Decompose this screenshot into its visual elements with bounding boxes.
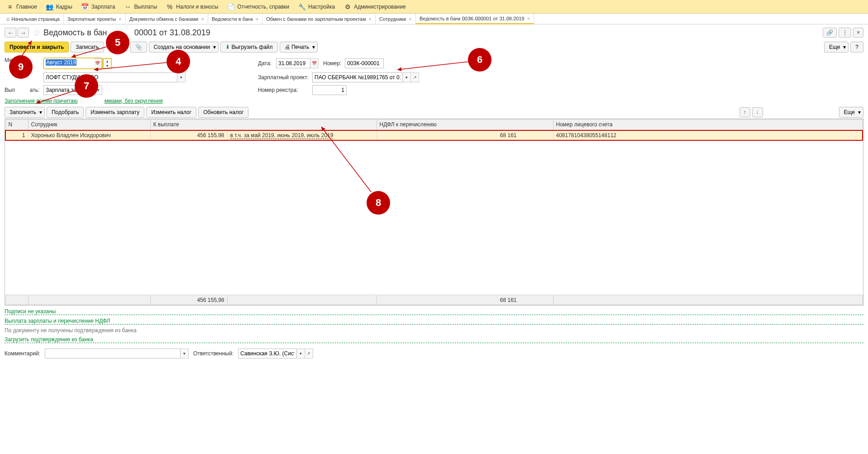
callout-5: 5 <box>106 31 129 54</box>
people-icon: 👥 <box>46 3 53 10</box>
cell-employee: Хоронько Владлен Исидорович <box>28 130 150 140</box>
dropdown-icon[interactable]: ▾ <box>181 349 189 358</box>
col-employee[interactable]: Сотрудник <box>28 119 150 130</box>
export-file-button[interactable]: ⬇ Выгрузить файл <box>220 42 277 53</box>
callout-9: 9 <box>9 55 33 79</box>
callout-8: 8 <box>367 191 390 215</box>
calendar-icon[interactable]: 📅 <box>94 58 102 68</box>
col-ndfl[interactable]: НДФЛ к перечислению <box>377 119 553 130</box>
close-icon[interactable]: × <box>527 16 529 21</box>
fill-params-link[interactable]: Заполнение всеми причитающимися суммами,… <box>5 98 163 104</box>
table-row[interactable]: 1 Хоронько Владлен Исидорович 456 155,98… <box>5 130 863 140</box>
attach-button[interactable]: 📎 <box>130 42 147 53</box>
kebab-icon[interactable]: ⋮ <box>839 28 851 38</box>
open-icon[interactable]: ↗ <box>305 349 313 358</box>
pay-type-label: Выплачивать: <box>5 87 43 93</box>
close-icon[interactable]: × <box>368 16 371 22</box>
no-confirm-text: По документу не получены подтверждения и… <box>5 327 863 334</box>
month-up[interactable]: ▲ <box>104 59 111 63</box>
menu-taxes[interactable]: %Налоги и взносы <box>162 0 223 13</box>
signatures-link[interactable]: Подписи не указаны <box>5 308 863 315</box>
menu-salary[interactable]: 📅Зарплата <box>77 0 120 13</box>
registry-field[interactable] <box>312 85 347 95</box>
cell-n: 1 <box>5 130 28 140</box>
tab-exchange[interactable]: Обмен с банками по зарплатным проектам× <box>262 14 376 24</box>
close-icon[interactable]: × <box>119 16 121 22</box>
responsible-field[interactable] <box>238 349 297 358</box>
print-button[interactable]: 🖨 Печать <box>280 42 318 53</box>
update-tax-button[interactable]: Обновить налог <box>198 107 248 118</box>
wrench-icon: 🔧 <box>298 3 305 10</box>
total-ndfl: 68 161 <box>377 295 553 305</box>
post-close-button[interactable]: Провести и закрыть <box>5 42 69 53</box>
more-button[interactable]: Еще <box>824 42 849 53</box>
table-footer-row: 456 155,98 68 161 <box>5 295 863 305</box>
pick-button[interactable]: Подобрать <box>47 107 84 118</box>
responsible-label: Ответственный: <box>193 350 234 357</box>
top-menu-bar: ≡Главное 👥Кадры 📅Зарплата ↔Выплаты %Нало… <box>0 0 868 14</box>
col-to-pay[interactable]: К выплате <box>150 119 377 130</box>
project-field[interactable] <box>312 72 403 82</box>
payment-link[interactable]: Выплата зарплаты и перечисление НДФЛ <box>5 318 863 325</box>
project-label: Зарплатный проект: <box>258 74 312 81</box>
tab-bank-sheets[interactable]: Ведомости в банк× <box>208 14 263 24</box>
table-header-row: N Сотрудник К выплате НДФЛ к перечислени… <box>5 119 863 130</box>
percent-icon: % <box>166 3 173 10</box>
change-salary-button[interactable]: Изменить зарплату <box>86 107 144 118</box>
home-icon: ⌂ <box>6 16 10 22</box>
menu-payments[interactable]: ↔Выплаты <box>119 0 162 13</box>
menu-icon: ≡ <box>6 3 14 10</box>
month-down[interactable]: ▼ <box>104 63 111 68</box>
exchange-icon: ↔ <box>124 3 131 10</box>
registry-label: Номер реестра: <box>258 87 312 93</box>
month-field[interactable]: Август 2019 <box>44 58 94 68</box>
load-confirm-link[interactable]: Загрузить подтверждение из банка <box>5 336 863 343</box>
table-more-button[interactable]: Еще <box>839 107 863 118</box>
change-tax-button[interactable]: Изменить налог <box>146 107 196 118</box>
menu-reports[interactable]: 📄Отчетность, справки <box>223 0 294 13</box>
close-icon[interactable]: × <box>256 16 258 22</box>
total-to-pay: 456 155,98 <box>150 295 227 305</box>
col-n[interactable]: N <box>5 119 28 130</box>
link-icon[interactable]: 🔗 <box>823 28 837 38</box>
nav-forward[interactable]: → <box>17 28 29 38</box>
write-button[interactable]: Записать <box>71 42 104 53</box>
menu-settings[interactable]: 🔧Настройка <box>294 0 339 13</box>
fill-button[interactable]: Заполнить <box>5 107 45 118</box>
calendar-icon[interactable]: 📅 <box>310 58 319 68</box>
star-icon[interactable]: ☆ <box>33 27 41 38</box>
close-window-icon[interactable]: × <box>853 28 863 38</box>
move-up-button[interactable]: ↑ <box>739 107 750 117</box>
callout-7: 7 <box>75 74 98 98</box>
tab-current-doc[interactable]: Ведомость в банк 00ЗК-000001 от 31.08.20… <box>416 14 534 24</box>
gear-icon: ⚙ <box>344 3 351 10</box>
date-label: Дата: <box>258 60 276 67</box>
col-account[interactable]: Номер лицевого счета <box>553 119 863 130</box>
tab-employees[interactable]: Сотрудники× <box>376 14 416 24</box>
close-icon[interactable]: × <box>409 16 412 22</box>
org-field[interactable] <box>43 72 177 82</box>
tab-projects[interactable]: Зарплатные проекты× <box>64 14 126 24</box>
comment-field[interactable] <box>45 349 181 358</box>
print-icon: 🖨 <box>285 44 290 50</box>
help-button[interactable]: ? <box>850 42 863 53</box>
menu-personnel[interactable]: 👥Кадры <box>42 0 77 13</box>
tab-bank-docs[interactable]: Документы обмена с банками× <box>126 14 208 24</box>
dropdown-icon[interactable]: ▾ <box>403 72 411 82</box>
close-icon[interactable]: × <box>201 16 204 22</box>
employee-table: N Сотрудник К выплате НДФЛ к перечислени… <box>5 119 863 306</box>
callout-6: 6 <box>468 48 491 72</box>
cell-account: 40817810438055148112 <box>553 130 863 140</box>
number-label: Номер: <box>323 60 345 67</box>
move-down-button[interactable]: ↓ <box>752 107 763 117</box>
open-icon[interactable]: ↗ <box>411 72 419 82</box>
menu-main[interactable]: ≡Главное <box>2 0 42 13</box>
number-field[interactable] <box>345 58 384 68</box>
nav-back[interactable]: ← <box>5 28 16 38</box>
doc-icon: 📄 <box>227 3 234 10</box>
dropdown-icon[interactable]: ▾ <box>297 349 305 358</box>
tab-home[interactable]: ⌂Начальная страница <box>3 14 64 24</box>
date-field[interactable] <box>276 58 310 68</box>
menu-admin[interactable]: ⚙Администрирование <box>339 0 410 13</box>
dropdown-icon[interactable]: ▾ <box>177 72 186 82</box>
